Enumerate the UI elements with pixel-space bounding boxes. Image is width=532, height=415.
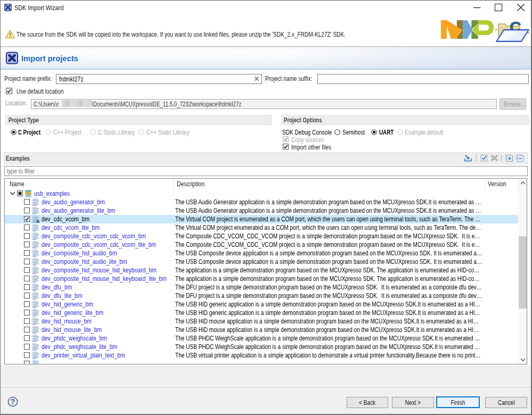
svg-text:?: ? <box>11 397 15 406</box>
